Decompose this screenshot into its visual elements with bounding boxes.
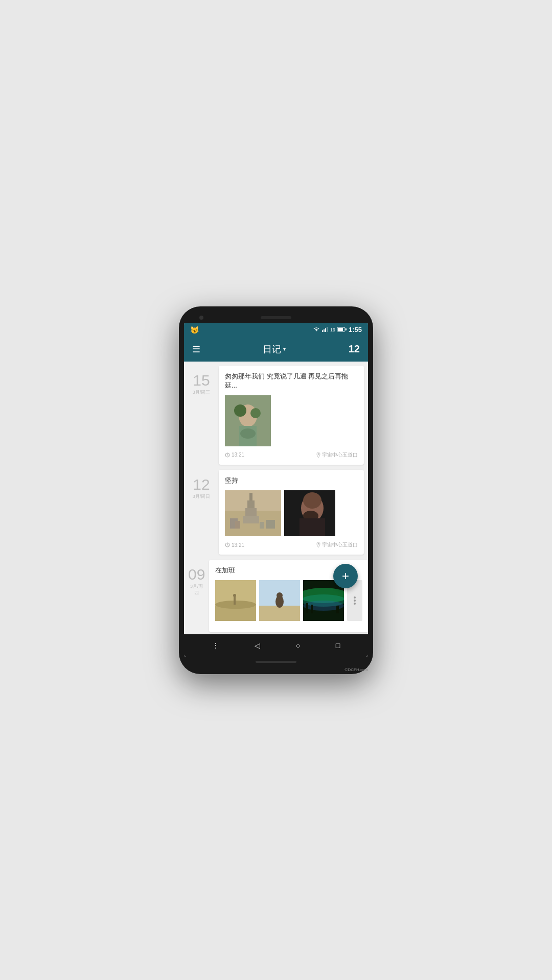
- watermark: ©DCFH.com: [345, 667, 368, 672]
- home-bar: [256, 661, 296, 663]
- dropdown-arrow-icon[interactable]: ▾: [283, 346, 286, 352]
- app-bar: ☰ 日记 ▾ 12: [184, 337, 368, 362]
- svg-point-12: [240, 428, 256, 439]
- svg-line-15: [227, 455, 228, 456]
- card-footer-15: 13:21 宇宙中心五道口: [225, 451, 358, 459]
- image-aurora: [303, 580, 344, 621]
- card-time-15: 13:21: [225, 452, 244, 458]
- svg-rect-6: [346, 328, 347, 330]
- card-location-15: 宇宙中心五道口: [316, 451, 358, 459]
- fab-add-button[interactable]: +: [333, 564, 358, 588]
- app-title: 日记: [263, 343, 281, 355]
- card-location-12: 宇宙中心五道口: [316, 541, 358, 548]
- date-number-09: 09: [188, 567, 205, 582]
- image-dubai: [225, 490, 281, 536]
- svg-point-10: [234, 404, 246, 417]
- card-images-12: [225, 490, 358, 536]
- date-col-09: 09 3月/周四: [188, 560, 205, 632]
- count-badge: 12: [349, 343, 360, 355]
- front-camera: [199, 316, 203, 320]
- status-right: 19 1:55: [313, 326, 362, 333]
- svg-line-35: [227, 545, 228, 546]
- signal-icon: [322, 327, 328, 333]
- date-sub-15: 3月/周三: [193, 389, 211, 396]
- diary-card-15[interactable]: 匆匆那年我们 究竟说了几遍 再见之后再拖延...: [219, 366, 364, 465]
- image-man: [284, 490, 335, 536]
- svg-rect-32: [300, 518, 325, 536]
- card-title-12: 坚持: [225, 476, 358, 485]
- menu-icon[interactable]: ☰: [192, 344, 200, 355]
- diary-row-12: 12 3月/周日 坚持: [188, 470, 364, 555]
- cyanogen-icon: 😼: [190, 326, 199, 334]
- wifi-icon: [313, 327, 320, 333]
- earpiece-speaker: [261, 316, 291, 319]
- nav-home-button[interactable]: ○: [296, 641, 300, 650]
- nav-recents-button[interactable]: □: [336, 641, 340, 650]
- date-number-12: 12: [193, 477, 210, 492]
- date-sub-12: 3月/周日: [193, 493, 211, 500]
- phone-top-bar: [184, 314, 368, 323]
- svg-rect-52: [306, 603, 308, 613]
- image-woman: [225, 395, 271, 446]
- svg-point-11: [250, 408, 261, 418]
- date-col-15: 15 3月/周三: [188, 366, 215, 465]
- svg-point-16: [318, 453, 319, 455]
- svg-rect-27: [225, 490, 281, 536]
- status-left: 😼: [190, 326, 199, 334]
- phone-bottom: [184, 657, 368, 667]
- svg-point-46: [277, 592, 283, 599]
- diary-row-15: 15 3月/周三 匆匆那年我们 究竟说了几遍 再见之后再拖延...: [188, 366, 364, 465]
- battery-number: 19: [330, 327, 335, 332]
- card-footer-12: 13:21 宇宙中心五道口: [225, 541, 358, 548]
- svg-rect-5: [338, 328, 343, 331]
- date-sub-09: 3月/周四: [188, 583, 205, 596]
- image-person: [259, 580, 300, 621]
- svg-rect-40: [234, 596, 236, 605]
- diary-card-12[interactable]: 坚持: [219, 470, 364, 555]
- svg-rect-1: [324, 329, 325, 332]
- phone-device: 😼 19: [179, 306, 373, 674]
- date-number-15: 15: [193, 373, 210, 388]
- svg-point-36: [318, 543, 319, 544]
- main-content: 15 3月/周三 匆匆那年我们 究竟说了几遍 再见之后再拖延...: [184, 362, 368, 634]
- card-images-15: [225, 395, 358, 446]
- app-title-row: 日记 ▾: [263, 343, 286, 355]
- svg-rect-0: [322, 330, 323, 332]
- phone-screen: 😼 19: [184, 323, 368, 657]
- image-desert: [215, 580, 256, 621]
- svg-rect-44: [259, 606, 300, 621]
- svg-rect-3: [327, 327, 328, 332]
- nav-menu-dots[interactable]: ⋮: [212, 641, 219, 650]
- nav-bar: ⋮ ◁ ○ □: [184, 634, 368, 657]
- card-time-12: 13:21: [225, 542, 244, 548]
- card-title-15: 匆匆那年我们 究竟说了几遍 再见之后再拖延...: [225, 372, 358, 390]
- battery-icon: [337, 327, 347, 333]
- svg-point-30: [303, 492, 321, 509]
- nav-back-button[interactable]: ◁: [255, 641, 260, 650]
- status-bar: 😼 19: [184, 323, 368, 337]
- svg-rect-54: [336, 606, 339, 613]
- status-time: 1:55: [349, 326, 362, 333]
- date-col-12: 12 3月/周日: [188, 470, 215, 555]
- svg-rect-2: [325, 328, 326, 332]
- svg-rect-53: [311, 605, 313, 613]
- svg-point-41: [233, 594, 236, 597]
